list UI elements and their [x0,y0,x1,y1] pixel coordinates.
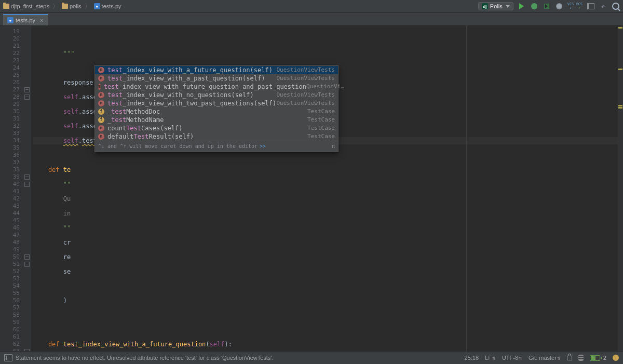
tab-label: tests.py [16,17,35,23]
run-config-selector[interactable]: djPolls [478,2,513,10]
line-separator[interactable]: LF⇅ [485,355,496,361]
line-gutter[interactable]: 1920212223242526272829303132333435363738… [0,26,23,353]
git-branch[interactable]: Git: master⇅ [529,355,561,361]
vcs-update-button[interactable]: VCS↓ [567,3,574,10]
editor-tabs: ● tests.py ✕ [0,13,623,26]
folder-icon [3,4,9,9]
run-coverage-button[interactable] [543,2,551,10]
tool-window-icon[interactable] [4,354,12,361]
search-button[interactable] [612,2,620,10]
completion-item[interactable]: mtest_index_view_with_a_past_question(se… [95,74,338,83]
completion-item[interactable]: mdefaultTestResult(self)TestCase [95,132,338,141]
warning-mark[interactable] [618,27,622,29]
status-message: Statement seems to have no effect. Unres… [16,355,274,361]
breadcrumb-root[interactable]: djtp_first_steps [3,3,49,9]
toolbar-right: djPolls VCS↓ VCS↑ ↶ [478,2,620,10]
browser-button[interactable] [555,2,563,10]
caret-position[interactable]: 25:18 [465,355,479,361]
layout-button[interactable] [587,2,595,10]
completion-item[interactable]: f_testMethodNameTestCase [95,116,338,124]
lock-icon[interactable] [567,356,572,360]
completion-item[interactable]: mtest_index_view_with_a_future_question(… [95,66,338,74]
status-bar: Statement seems to have no effect. Unres… [0,351,623,364]
hint-link[interactable]: >> [260,143,266,150]
breadcrumb-mid[interactable]: polls [62,3,82,9]
editor[interactable]: 1920212223242526272829303132333435363738… [0,26,623,353]
code-area[interactable]: """ response = self.client.get(reverse('… [31,26,623,353]
database-icon[interactable] [578,355,584,361]
ide-status-icon[interactable] [613,355,619,361]
autocomplete-popup[interactable]: mtest_index_view_with_a_future_question(… [94,65,338,152]
breadcrumbs: djtp_first_steps 〉 polls 〉 ●tests.py [3,2,478,11]
memory-indicator[interactable]: 2 [590,355,606,361]
completion-item[interactable]: mcountTestCases(self)TestCase [95,124,338,132]
django-icon: dj [482,3,488,9]
completion-item[interactable]: f_testMethodDocTestCase [95,107,338,116]
python-file-icon: ● [94,3,100,9]
vcs-actions: VCS↓ VCS↑ [567,3,583,10]
folder-icon [62,4,68,9]
vcs-commit-button[interactable]: VCS↑ [576,3,583,10]
error-stripe[interactable] [618,26,623,353]
undo-button[interactable]: ↶ [599,2,607,10]
popup-hint: ^↓ and ^↑ will move caret down and up in… [95,141,338,152]
completion-item[interactable]: mtest_index_view_with_future_question_an… [95,83,338,91]
python-file-icon: ● [7,17,13,23]
debug-button[interactable] [530,2,538,10]
dropdown-icon [506,5,510,8]
warning-mark[interactable] [618,69,622,70]
fold-strip[interactable] [23,26,31,353]
warning-mark[interactable] [618,105,622,106]
warning-mark[interactable] [618,107,622,109]
completion-item[interactable]: mtest_index_view_with_no_questions(self)… [95,91,338,99]
run-button[interactable] [518,2,526,10]
breadcrumb-sep: 〉 [85,2,91,11]
breadcrumb-sep: 〉 [52,2,59,11]
navigation-bar: djtp_first_steps 〉 polls 〉 ●tests.py djP… [0,0,623,13]
right-margin-guide [466,26,467,353]
completion-item[interactable]: mtest_index_view_with_two_past_questions… [95,99,338,107]
tab-tests[interactable]: ● tests.py ✕ [3,14,48,25]
breadcrumb-file[interactable]: ●tests.py [94,3,121,9]
close-icon[interactable]: ✕ [39,18,44,23]
file-encoding[interactable]: UTF-8⇅ [502,355,522,361]
